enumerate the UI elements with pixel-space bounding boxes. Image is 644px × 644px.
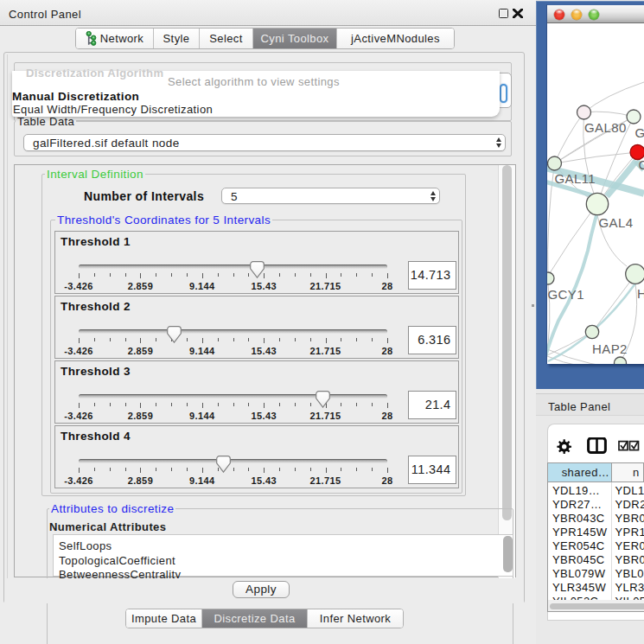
svg-text:H: H <box>637 286 644 301</box>
svg-text:GAL4: GAL4 <box>599 215 634 230</box>
svg-text:GA: GA <box>635 125 644 140</box>
svg-text:GAL80: GAL80 <box>584 120 627 135</box>
svg-text:C: C <box>639 157 644 172</box>
svg-text:GAL11: GAL11 <box>555 171 596 186</box>
svg-text:HAP2: HAP2 <box>592 341 628 356</box>
svg-text:GCY1: GCY1 <box>548 287 584 302</box>
